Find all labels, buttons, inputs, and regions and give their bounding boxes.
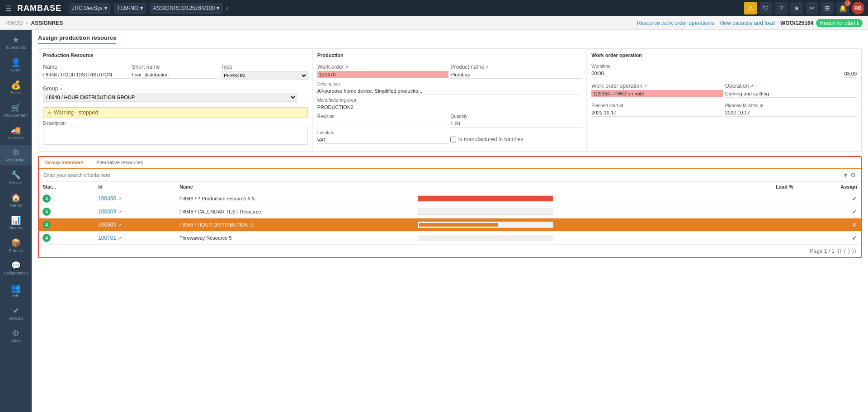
hamburger-icon[interactable]: ☰ — [4, 2, 14, 14]
location-label: Location — [317, 130, 449, 135]
description-field: Description All-purpose home device. Sim… — [317, 81, 582, 95]
star-icon-btn[interactable]: ★ — [790, 2, 803, 14]
grid-icon-btn[interactable]: ⊞ — [821, 2, 834, 14]
assign-button[interactable]: ✓ — [852, 195, 857, 202]
last-page-button[interactable]: ⟩⟩ — [852, 247, 856, 255]
woo-value: 125164 - PWO on hold — [591, 90, 723, 97]
row-assign[interactable]: ✕ — [797, 218, 861, 232]
next-page-button[interactable]: ⟩ — [848, 247, 850, 255]
logo: RAMBASE — [17, 4, 61, 13]
sidebar-item-collaboration[interactable]: 💬 Collaboration — [0, 258, 32, 279]
productname-field: Product name ↗ Plumbus — [450, 64, 582, 79]
tab-alternative-resources[interactable]: Alternative resources — [90, 157, 149, 169]
assign-button[interactable]: ✓ — [852, 208, 857, 215]
scissors-icon-btn[interactable]: ✂ — [806, 2, 818, 14]
row-name: / 8948 / HOUR DISTRIBUTION ⚠ — [176, 218, 414, 232]
woo-label: Work order operation ↗ — [591, 83, 723, 89]
table-row[interactable]: 4100761 ↗Throwaway Resource 5✓ — [39, 232, 861, 245]
warning-icon-btn[interactable]: ⚠ — [744, 2, 757, 14]
sidebar-item-finance[interactable]: 📊 Finance — [0, 213, 32, 233]
group-select[interactable]: / 8948 / HOUR DISTRIBUTION GROUP — [43, 93, 297, 102]
productname-link-icon[interactable]: ↗ — [485, 65, 489, 70]
woo-badge: WOO/125164 Ready for start ℹ — [780, 19, 863, 27]
sidebar-label-hr: HR — [13, 294, 19, 298]
notifications-icon-btn[interactable]: 🔔 3 — [836, 2, 849, 14]
woo-id: WOO/125164 — [780, 20, 813, 26]
sidebar-item-production[interactable]: ⚙ Production — [0, 145, 32, 166]
top-navigation: ☰ RAMBASE JHC DevSys ▾ TEM-NO ▾ ASSIGNRE… — [0, 0, 868, 16]
avatar[interactable]: RB — [852, 2, 864, 14]
sidebar-label-sales: Sales — [11, 91, 21, 95]
type-select[interactable]: PERSON — [221, 71, 308, 80]
resource-work-order-link[interactable]: Resource work order operations — [637, 20, 714, 26]
row-id: 100761 ↗ — [94, 232, 176, 245]
sidebar-item-sales[interactable]: 💰 Sales — [0, 77, 32, 98]
woo-link-icon[interactable]: ↗ — [643, 84, 647, 89]
filter-icon[interactable]: ▼ — [842, 171, 849, 179]
table-row[interactable]: 4100460 ↗/ 8948 / ? Production resource … — [39, 192, 861, 205]
tab-close-icon[interactable]: ‹ — [226, 5, 228, 12]
sidebar-item-bookmarks[interactable]: ★ Bookmarks — [0, 32, 32, 53]
table-row[interactable]: 4100609 ↗/ 8948 / HOUR DISTRIBUTION ⚠✕ — [39, 218, 861, 232]
prev-page-button[interactable]: ⟨ — [844, 247, 846, 255]
sidebar: ★ Bookmarks 👤 CRM 💰 Sales 🛒 Procurement … — [0, 30, 32, 412]
row-assign[interactable]: ✓ — [797, 205, 861, 218]
desc-label: Description — [43, 121, 308, 126]
desc-input[interactable] — [43, 127, 308, 145]
production-col: Production Work order ↗ 131470 Product n… — [313, 49, 587, 151]
planned-finished-field: Planned finished at 2022.10.17 — [725, 103, 857, 117]
settings-icon[interactable]: ⚙ — [850, 171, 856, 179]
sidebar-label-collaboration: Collaboration — [4, 271, 28, 276]
notification-badge: 3 — [844, 0, 851, 6]
batches-checkbox[interactable] — [450, 137, 456, 142]
production-resource-col: Production Resource Name / 8948 / HOUR D… — [38, 49, 313, 151]
help-icon-btn[interactable]: ? — [775, 2, 788, 14]
planned-start-value: 2022.10.17 — [591, 109, 723, 117]
table-row[interactable]: 4100603 ↗/ 8948 / CALENDAR TEST Resource… — [39, 205, 861, 218]
group-link-icon[interactable]: ↗ — [59, 86, 62, 91]
planned-finished-value: 2022.10.17 — [725, 109, 857, 117]
region-dropdown[interactable]: TEM-NO ▾ — [114, 3, 146, 14]
operation-link-icon[interactable]: ↗ — [750, 84, 753, 89]
sidebar-item-service[interactable]: 🔧 Service — [0, 167, 32, 188]
sidebar-label-service: Service — [9, 181, 23, 185]
workorder-link-icon[interactable]: ↗ — [345, 65, 349, 70]
sidebar-item-admin[interactable]: ⚙ Admin — [0, 326, 32, 346]
first-page-button[interactable]: ⟨⟨ — [837, 247, 842, 255]
second-navigation: RWOO › ASSIGNRES Resource work order ope… — [0, 16, 868, 30]
unassign-button[interactable]: ✕ — [852, 221, 857, 228]
tab-group-members[interactable]: Group members — [39, 157, 90, 169]
assignres-dropdown[interactable]: ASSIGNRES/125164/100 ▾ — [150, 3, 222, 14]
resource-table: Stat... Id Name Load % Assign 4100460 ↗/… — [39, 182, 861, 245]
company-dropdown[interactable]: JHC DevSys ▾ — [69, 3, 110, 14]
view-capacity-link[interactable]: View capacity and load — [719, 20, 775, 26]
location-field: Location VAT — [317, 130, 449, 144]
assign-button[interactable]: ✓ — [852, 234, 857, 242]
ready-for-start-button[interactable]: Ready for start ℹ — [816, 19, 863, 27]
breadcrumb-parent[interactable]: RWOO — [5, 20, 23, 26]
sidebar-item-qhses[interactable]: ✔ QHSES — [0, 303, 32, 324]
planned-finished-label: Planned finished at — [725, 103, 857, 108]
sidebar-item-crm[interactable]: 👤 CRM — [0, 55, 32, 76]
sidebar-item-procurement[interactable]: 🛒 Procurement — [0, 100, 32, 121]
sidebar-item-rental[interactable]: 🏠 Rental — [0, 190, 32, 211]
row-load — [414, 192, 797, 205]
rental-icon: 🏠 — [11, 193, 21, 203]
warning-box: ⚠ Warning - stopped — [43, 107, 308, 118]
row-assign[interactable]: ✓ — [797, 192, 861, 205]
sidebar-item-logistics[interactable]: 🚚 Logistics — [0, 123, 32, 143]
sidebar-item-product[interactable]: 📦 Product — [0, 235, 32, 256]
desc-field: Description — [43, 121, 308, 145]
hr-icon: 👥 — [11, 283, 21, 293]
row-assign[interactable]: ✓ — [797, 232, 861, 245]
sidebar-item-hr[interactable]: 👥 HR — [0, 280, 32, 301]
worktime-label: Worktime — [591, 64, 610, 69]
row-load — [414, 232, 797, 245]
col-status: Stat... — [39, 182, 94, 192]
service-icon: 🔧 — [11, 170, 21, 180]
sidebar-label-admin: Admin — [10, 339, 22, 344]
search-input[interactable] — [43, 172, 840, 178]
revision-field: Revision — [317, 114, 449, 128]
shield-icon-btn[interactable]: 🛡 — [760, 2, 772, 14]
col-load: Load % — [414, 182, 797, 192]
